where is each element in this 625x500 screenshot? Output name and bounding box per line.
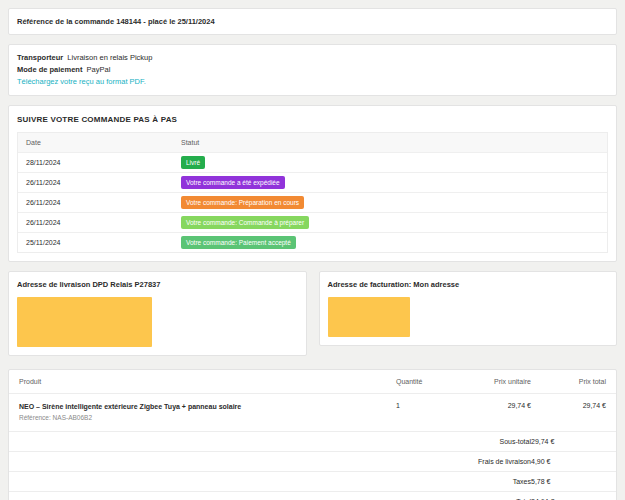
product-reference: Référence: NAS-AB06B2 bbox=[19, 414, 396, 421]
summary-row-subtotal: Sous-total 29,74 € bbox=[9, 431, 616, 451]
product-name-cell: NEO – Sirène intelligente extérieure Zig… bbox=[19, 402, 396, 421]
order-status-badge: Votre commande a été expédiée bbox=[181, 176, 285, 189]
col-total-price: Prix total bbox=[531, 378, 606, 385]
download-receipt-link[interactable]: Téléchargez votre reçu au format PDF. bbox=[17, 77, 146, 86]
order-info-card: Transporteur Livraison en relais Pickup … bbox=[8, 44, 617, 96]
tracking-row: 26/11/2024 Votre commande: Commande à pr… bbox=[18, 213, 607, 233]
billing-address-card: Adresse de facturation: Mon adresse bbox=[319, 271, 618, 346]
order-reference-card: Référence de la commande 148144 - placé … bbox=[8, 8, 617, 35]
order-status-badge: Votre commande: Paiement accepté bbox=[181, 236, 296, 249]
carrier-label: Transporteur bbox=[17, 53, 63, 62]
delivery-address-title: Adresse de livraison DPD Relais P27837 bbox=[17, 280, 298, 289]
receipt-line: Téléchargez votre reçu au format PDF. bbox=[17, 76, 608, 88]
summary-value: 29,74 € bbox=[531, 438, 606, 445]
tracking-title: SUIVRE VOTRE COMMANDE PAS À PAS bbox=[9, 106, 616, 132]
tracking-row: 26/11/2024 Votre commande a été expédiée bbox=[18, 173, 607, 193]
tracking-card: SUIVRE VOTRE COMMANDE PAS À PAS Date Sta… bbox=[8, 105, 617, 262]
billing-address-title: Adresse de facturation: Mon adresse bbox=[328, 280, 609, 289]
product-reference-value: NAS-AB06B2 bbox=[53, 414, 92, 421]
product-table-card: Produit Quantité Prix unitaire Prix tota… bbox=[8, 369, 617, 500]
tracking-status-cell: Votre commande: Préparation en cours bbox=[173, 193, 607, 212]
summary-row-total: Total 34,64 € bbox=[9, 491, 616, 500]
billing-address-redaction bbox=[328, 297, 410, 337]
payment-method-value: PayPal bbox=[87, 65, 111, 74]
tracking-status-cell: Votre commande: Paiement accepté bbox=[173, 233, 607, 252]
addresses-section: Adresse de livraison DPD Relais P27837 A… bbox=[8, 271, 617, 356]
tracking-date: 26/11/2024 bbox=[18, 193, 173, 212]
carrier-value: Livraison en relais Pickup bbox=[67, 53, 152, 62]
tracking-row: 26/11/2024 Votre commande: Préparation e… bbox=[18, 193, 607, 213]
payment-method-line: Mode de paiement PayPal bbox=[17, 64, 608, 76]
order-reference-title: Référence de la commande 148144 - placé … bbox=[17, 17, 215, 26]
tracking-date: 26/11/2024 bbox=[18, 173, 173, 192]
col-unit-price: Prix unitaire bbox=[456, 378, 531, 385]
summary-row-shipping: Frais de livraison 4,90 € bbox=[9, 451, 616, 471]
summary-label: Taxes bbox=[19, 478, 531, 485]
tracking-col-status: Statut bbox=[173, 136, 607, 149]
tracking-date: 26/11/2024 bbox=[18, 213, 173, 232]
order-status-badge: Livré bbox=[181, 156, 205, 169]
product-row: NEO – Sirène intelligente extérieure Zig… bbox=[9, 394, 616, 431]
tracking-status-cell: Votre commande a été expédiée bbox=[173, 173, 607, 192]
col-product: Produit bbox=[19, 378, 396, 385]
summary-label: Sous-total bbox=[19, 438, 531, 445]
tracking-status-cell: Votre commande: Commande à préparer bbox=[173, 213, 607, 232]
tracking-date: 28/11/2024 bbox=[18, 153, 173, 172]
summary-value: 4,90 € bbox=[531, 458, 606, 465]
tracking-status-cell: Livré bbox=[173, 153, 607, 172]
delivery-address-redaction bbox=[17, 297, 152, 347]
tracking-table-header: Date Statut bbox=[18, 133, 607, 153]
tracking-col-date: Date bbox=[18, 133, 173, 152]
tracking-table: Date Statut 28/11/2024 Livré 26/11/2024 … bbox=[17, 132, 608, 253]
col-quantity: Quantité bbox=[396, 378, 456, 385]
summary-label: Frais de livraison bbox=[19, 458, 531, 465]
product-quantity: 1 bbox=[396, 402, 456, 409]
tracking-row: 25/11/2024 Votre commande: Paiement acce… bbox=[18, 233, 607, 252]
product-table-header: Produit Quantité Prix unitaire Prix tota… bbox=[9, 370, 616, 394]
product-name: NEO – Sirène intelligente extérieure Zig… bbox=[19, 402, 396, 411]
summary-value: 5,78 € bbox=[531, 478, 606, 485]
tracking-row: 28/11/2024 Livré bbox=[18, 153, 607, 173]
product-reference-label: Référence: bbox=[19, 414, 51, 421]
carrier-line: Transporteur Livraison en relais Pickup bbox=[17, 52, 608, 64]
payment-method-label: Mode de paiement bbox=[17, 65, 82, 74]
order-status-badge: Votre commande: Préparation en cours bbox=[181, 196, 304, 209]
summary-row-taxes: Taxes 5,78 € bbox=[9, 471, 616, 491]
tracking-date: 25/11/2024 bbox=[18, 233, 173, 252]
order-status-badge: Votre commande: Commande à préparer bbox=[181, 216, 309, 229]
delivery-address-card: Adresse de livraison DPD Relais P27837 bbox=[8, 271, 307, 356]
product-total-price: 29,74 € bbox=[531, 402, 606, 409]
product-unit-price: 29,74 € bbox=[456, 402, 531, 409]
order-page: Référence de la commande 148144 - placé … bbox=[0, 0, 625, 500]
